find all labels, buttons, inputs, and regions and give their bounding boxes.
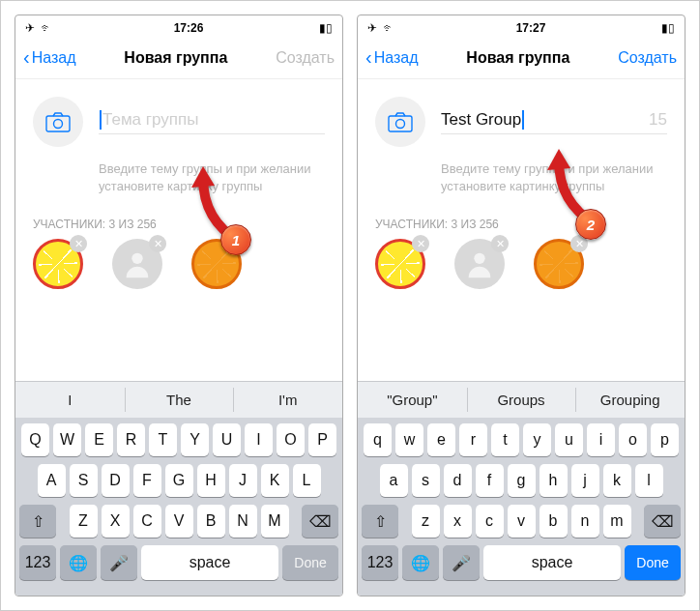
letter-key[interactable]: h <box>540 464 568 497</box>
participant-avatar[interactable]: ✕ <box>534 239 584 289</box>
letter-key[interactable]: Q <box>21 423 49 456</box>
letter-key[interactable]: x <box>444 505 472 538</box>
mic-key[interactable]: 🎤 <box>443 545 480 580</box>
suggestion[interactable]: Groups <box>467 382 576 418</box>
remove-icon[interactable]: ✕ <box>149 235 166 252</box>
back-button[interactable]: ‹Назад <box>365 46 419 69</box>
suggestion[interactable]: "Group" <box>358 382 467 418</box>
participant-avatar[interactable]: ✕ <box>375 239 425 289</box>
letter-key[interactable]: A <box>38 464 66 497</box>
space-key[interactable]: space <box>141 545 278 580</box>
key-row-1: qwertyuiop <box>362 423 681 456</box>
backspace-key[interactable]: ⌫ <box>302 505 338 538</box>
letter-key[interactable]: m <box>603 505 631 538</box>
chevron-left-icon: ‹ <box>23 46 30 69</box>
letter-key[interactable]: R <box>117 423 145 456</box>
suggestion[interactable]: Grouping <box>575 382 685 418</box>
letter-key[interactable]: E <box>85 423 113 456</box>
done-key[interactable]: Done <box>282 545 338 580</box>
create-button[interactable]: Создать <box>618 49 677 67</box>
letter-key[interactable]: w <box>395 423 423 456</box>
letter-key[interactable]: H <box>197 464 225 497</box>
wifi-icon: ᯤ <box>383 21 394 35</box>
letter-key[interactable]: b <box>540 505 568 538</box>
letter-key[interactable]: U <box>213 423 241 456</box>
letter-key[interactable]: l <box>635 464 663 497</box>
group-subject-input[interactable]: Test Group 15 <box>441 110 667 134</box>
letter-key[interactable]: q <box>364 423 392 456</box>
remove-icon[interactable]: ✕ <box>70 235 87 252</box>
letter-key[interactable]: I <box>245 423 273 456</box>
letter-key[interactable]: T <box>149 423 177 456</box>
letter-key[interactable]: N <box>229 505 257 538</box>
letter-key[interactable]: C <box>133 505 161 538</box>
letter-key[interactable]: F <box>133 464 161 497</box>
svg-point-1 <box>54 120 63 129</box>
letter-key[interactable]: J <box>229 464 257 497</box>
letter-key[interactable]: B <box>197 505 225 538</box>
done-key[interactable]: Done <box>625 545 681 580</box>
letter-key[interactable]: Z <box>70 505 98 538</box>
letter-key[interactable]: g <box>508 464 536 497</box>
letter-key[interactable]: G <box>165 464 193 497</box>
backspace-key[interactable]: ⌫ <box>644 505 681 538</box>
letter-key[interactable]: p <box>651 423 679 456</box>
letter-key[interactable]: S <box>70 464 98 497</box>
status-time: 17:26 <box>174 21 204 35</box>
create-button[interactable]: Создать <box>276 49 335 67</box>
remove-icon[interactable]: ✕ <box>412 235 429 252</box>
numbers-key[interactable]: 123 <box>19 545 56 580</box>
letter-key[interactable]: e <box>427 423 455 456</box>
space-key[interactable]: space <box>483 545 621 580</box>
group-photo-button[interactable] <box>33 97 83 147</box>
shift-key[interactable]: ⇧ <box>362 505 398 538</box>
globe-key[interactable]: 🌐 <box>402 545 439 580</box>
letter-key[interactable]: n <box>571 505 599 538</box>
participant-avatar[interactable]: ✕ <box>112 239 162 289</box>
letter-key[interactable]: M <box>261 505 289 538</box>
letter-key[interactable]: Y <box>181 423 209 456</box>
key-row-2: asdfghjkl <box>362 464 681 497</box>
globe-key[interactable]: 🌐 <box>60 545 97 580</box>
letter-key[interactable]: f <box>476 464 504 497</box>
letter-key[interactable]: P <box>308 423 336 456</box>
letter-key[interactable]: u <box>555 423 583 456</box>
camera-icon <box>45 111 71 132</box>
letter-key[interactable]: z <box>412 505 440 538</box>
suggestion[interactable]: The <box>125 382 234 418</box>
shift-key[interactable]: ⇧ <box>19 505 56 538</box>
letter-key[interactable]: s <box>412 464 440 497</box>
letter-key[interactable]: y <box>523 423 551 456</box>
letter-key[interactable]: X <box>102 505 130 538</box>
letter-key[interactable]: V <box>165 505 193 538</box>
letter-key[interactable]: W <box>53 423 81 456</box>
group-photo-button[interactable] <box>375 97 425 147</box>
back-button[interactable]: ‹Назад <box>23 46 76 69</box>
letter-key[interactable]: D <box>102 464 130 497</box>
letter-key[interactable]: L <box>293 464 321 497</box>
letter-key[interactable]: k <box>603 464 631 497</box>
suggestion-bar: I The I'm <box>15 381 342 418</box>
group-subject-input[interactable]: Тема группы <box>99 110 325 134</box>
mic-key[interactable]: 🎤 <box>101 545 137 580</box>
numbers-key[interactable]: 123 <box>362 545 398 580</box>
letter-key[interactable]: o <box>619 423 647 456</box>
participants-header: УЧАСТНИКИ: 3 ИЗ 256 <box>15 204 342 239</box>
letter-key[interactable]: t <box>491 423 519 456</box>
letter-key[interactable]: a <box>380 464 408 497</box>
letter-key[interactable]: O <box>277 423 305 456</box>
camera-icon <box>388 111 413 132</box>
letter-key[interactable]: d <box>444 464 472 497</box>
remove-icon[interactable]: ✕ <box>491 235 509 252</box>
participant-avatar[interactable]: ✕ <box>454 239 505 289</box>
letter-key[interactable]: r <box>459 423 487 456</box>
svg-rect-0 <box>46 116 70 131</box>
letter-key[interactable]: c <box>476 505 504 538</box>
suggestion[interactable]: I'm <box>233 382 342 418</box>
letter-key[interactable]: K <box>261 464 289 497</box>
letter-key[interactable]: v <box>508 505 536 538</box>
participant-avatar[interactable]: ✕ <box>33 239 83 289</box>
suggestion[interactable]: I <box>15 382 125 418</box>
letter-key[interactable]: i <box>587 423 615 456</box>
letter-key[interactable]: j <box>571 464 599 497</box>
